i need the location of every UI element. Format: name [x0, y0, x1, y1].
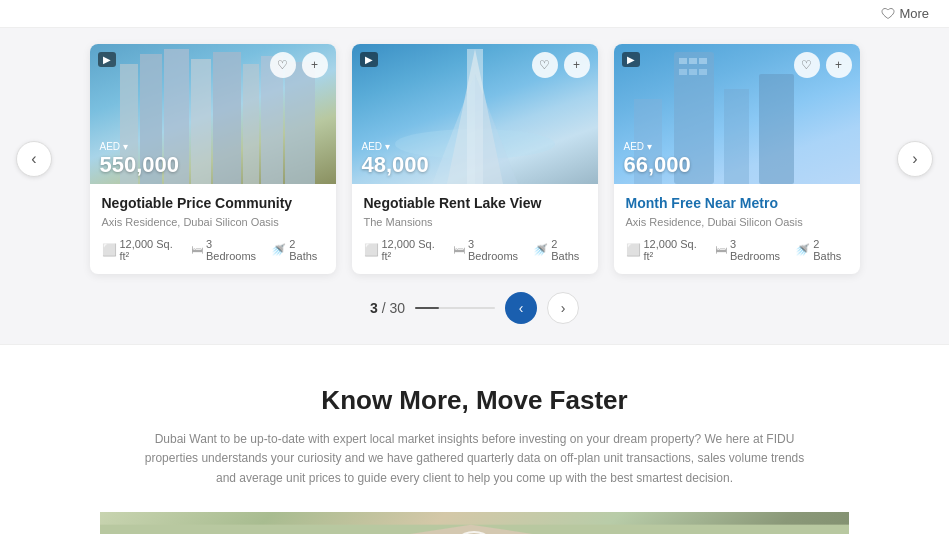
card-location: The Mansions: [364, 216, 586, 228]
bath-value: 2 Baths: [289, 238, 323, 262]
favorite-button[interactable]: ♡: [270, 52, 296, 78]
video-icon: ▶: [627, 54, 635, 65]
card-actions: ♡ +: [270, 52, 328, 78]
card-feature-bed: 🛏 3 Bedrooms: [453, 238, 523, 262]
property-card: ▶ ♡ + AED ▾ 66,000 Month Free Near Metro: [614, 44, 860, 274]
bath-icon: 🚿: [795, 243, 810, 257]
property-card: ▶ ♡ + AED ▾ 48,000 Negotiable Rent Lake …: [352, 44, 598, 274]
card-location: Axis Residence, Dubai Silicon Oasis: [626, 216, 848, 228]
svg-rect-22: [724, 89, 749, 184]
area-value: 12,000 Sq. ft²: [644, 238, 705, 262]
video-icon: ▶: [103, 54, 111, 65]
add-button[interactable]: +: [302, 52, 328, 78]
card-actions: ♡ +: [532, 52, 590, 78]
pagination-total: 30: [389, 300, 405, 316]
know-more-title: Know More, Move Faster: [100, 385, 849, 416]
card-features: ⬜ 12,000 Sq. ft² 🛏 3 Bedrooms 🚿 2 Baths: [102, 238, 324, 262]
card-feature-bath: 🚿 2 Baths: [533, 238, 585, 262]
bed-icon: 🛏: [191, 243, 203, 257]
card-image: ▶ ♡ + AED ▾ 48,000: [352, 44, 598, 184]
heart-outline-icon: [881, 7, 895, 21]
carousel-wrapper: ‹: [0, 44, 949, 274]
card-body: Month Free Near Metro Axis Residence, Du…: [614, 184, 860, 274]
carousel-next-button[interactable]: ›: [897, 141, 933, 177]
pagination: 3 / 30 ‹ ›: [0, 292, 949, 324]
bed-value: 3 Bedrooms: [730, 238, 785, 262]
card-image: ▶ ♡ + AED ▾ 66,000: [614, 44, 860, 184]
video-badge: ▶: [622, 52, 640, 67]
card-overlay-top: ▶ ♡ +: [352, 44, 598, 86]
card-feature-area: ⬜ 12,000 Sq. ft²: [102, 238, 181, 262]
video-icon: ▶: [365, 54, 373, 65]
price-overlay: AED ▾ 550,000: [100, 141, 180, 176]
pagination-progress-fill: [415, 307, 439, 309]
price-currency: AED ▾: [624, 141, 691, 152]
add-button[interactable]: +: [564, 52, 590, 78]
price-overlay: AED ▾ 48,000: [362, 141, 429, 176]
card-feature-bed: 🛏 3 Bedrooms: [191, 238, 261, 262]
card-title: Negotiable Price Community: [102, 194, 324, 212]
carousel-prev-button[interactable]: ‹: [16, 141, 52, 177]
card-feature-bath: 🚿 2 Baths: [795, 238, 847, 262]
video-badge: ▶: [360, 52, 378, 67]
know-more-section: Know More, Move Faster Dubai Want to be …: [0, 345, 949, 534]
card-features: ⬜ 12,000 Sq. ft² 🛏 3 Bedrooms 🚿 2 Baths: [626, 238, 848, 262]
card-title: Month Free Near Metro: [626, 194, 848, 212]
card-overlay-top: ▶ ♡ +: [90, 44, 336, 86]
card-feature-bath: 🚿 2 Baths: [271, 238, 323, 262]
top-bar: More: [0, 0, 949, 28]
bath-icon: 🚿: [533, 243, 548, 257]
card-image: ▶ ♡ + AED ▾ 550,000: [90, 44, 336, 184]
price-amount: 66,000: [624, 154, 691, 176]
price-amount: 550,000: [100, 154, 180, 176]
carousel-section: ‹: [0, 28, 949, 344]
more-link[interactable]: More: [881, 6, 929, 21]
more-label: More: [899, 6, 929, 21]
card-feature-bed: 🛏 3 Bedrooms: [715, 238, 785, 262]
bath-icon: 🚿: [271, 243, 286, 257]
bed-icon: 🛏: [715, 243, 727, 257]
price-currency: AED ▾: [362, 141, 429, 152]
know-more-text: Dubai Want to be up-to-date with expert …: [135, 430, 815, 488]
area-icon: ⬜: [102, 243, 117, 257]
area-icon: ⬜: [364, 243, 379, 257]
pagination-info: 3 / 30: [370, 300, 405, 316]
card-feature-area: ⬜ 12,000 Sq. ft²: [626, 238, 705, 262]
bed-icon: 🛏: [453, 243, 465, 257]
svg-rect-20: [759, 74, 794, 184]
bed-value: 3 Bedrooms: [468, 238, 523, 262]
pagination-next-button[interactable]: ›: [547, 292, 579, 324]
bed-value: 3 Bedrooms: [206, 238, 261, 262]
add-button[interactable]: +: [826, 52, 852, 78]
card-location: Axis Residence, Dubai Silicon Oasis: [102, 216, 324, 228]
cards-row: ▶ ♡ + AED ▾ 550,000 Negotiable Price Com…: [90, 44, 860, 274]
price-amount: 48,000: [362, 154, 429, 176]
pagination-prev-button[interactable]: ‹: [505, 292, 537, 324]
card-body: Negotiable Rent Lake View The Mansions ⬜…: [352, 184, 598, 274]
bath-value: 2 Baths: [551, 238, 585, 262]
property-card: ▶ ♡ + AED ▾ 550,000 Negotiable Price Com…: [90, 44, 336, 274]
area-value: 12,000 Sq. ft²: [120, 238, 181, 262]
card-overlay-top: ▶ ♡ +: [614, 44, 860, 86]
favorite-button[interactable]: ♡: [532, 52, 558, 78]
pagination-slash: /: [382, 300, 386, 316]
area-icon: ⬜: [626, 243, 641, 257]
pagination-progress-bar: [415, 307, 495, 309]
card-feature-area: ⬜ 12,000 Sq. ft²: [364, 238, 443, 262]
card-title: Negotiable Rent Lake View: [364, 194, 586, 212]
card-body: Negotiable Price Community Axis Residenc…: [90, 184, 336, 274]
card-features: ⬜ 12,000 Sq. ft² 🛏 3 Bedrooms 🚿 2 Baths: [364, 238, 586, 262]
pagination-current: 3: [370, 300, 378, 316]
favorite-button[interactable]: ♡: [794, 52, 820, 78]
bath-value: 2 Baths: [813, 238, 847, 262]
tour-section[interactable]: 360° Virtual Tour: [100, 512, 849, 534]
card-actions: ♡ +: [794, 52, 852, 78]
price-currency: AED ▾: [100, 141, 180, 152]
area-value: 12,000 Sq. ft²: [382, 238, 443, 262]
price-overlay: AED ▾ 66,000: [624, 141, 691, 176]
video-badge: ▶: [98, 52, 116, 67]
